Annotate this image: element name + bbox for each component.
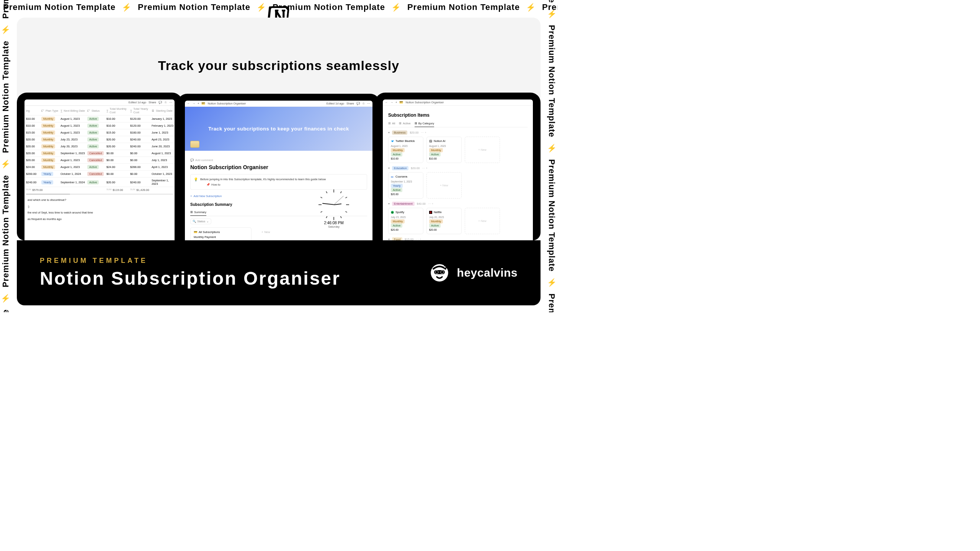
hero-panel: Track your subscriptions seamlessly Edit… (17, 18, 541, 240)
brand-badge: heycalvins (429, 262, 518, 284)
table-row[interactable]: $15.00 Monthly August 1, 2023 Active $15… (24, 129, 175, 136)
comment-icon[interactable]: 💬 (158, 101, 162, 104)
tab-summary[interactable]: ⊞ Summary (190, 209, 206, 216)
notes-block: and which one to discontinue?:)the end o… (24, 196, 175, 224)
new-card-button[interactable]: + New (261, 230, 270, 234)
clock-widget: 2:46:08 PM Saturday (313, 189, 355, 228)
svg-point-8 (435, 271, 438, 274)
window-topbar: ← → + 💳 Notion Subscription Organiser (383, 99, 533, 106)
table-row[interactable]: $240.00 Yearly September 1, 2024 Active … (24, 178, 175, 187)
share-button[interactable]: Share (346, 102, 354, 105)
bottom-banner: PREMIUM TEMPLATE Notion Subscription Org… (17, 240, 541, 305)
new-card-button[interactable]: + New (426, 172, 462, 199)
filter-status[interactable]: 🔍 Status ⌄ (190, 218, 211, 224)
summary-card[interactable]: 💳All Subscriptions Monthly Payment $119.… (190, 227, 252, 240)
subscription-card[interactable]: Spotify July 23, 2023 Monthly Active $20… (388, 208, 423, 234)
table-row[interactable]: $10.00 Monthly August 1, 2023 Active $10… (24, 116, 175, 122)
brand-avatar-icon (429, 262, 450, 284)
new-card-button[interactable]: + New (465, 208, 500, 234)
edited-label: Edited 1d ago (327, 102, 344, 105)
table-row[interactable]: $20.00 Monthly July 23, 2023 Active $20.… (24, 136, 175, 143)
share-button[interactable]: Share (149, 101, 156, 104)
subscription-card[interactable]: coCoursera September 1, 2023 Yearly Acti… (388, 172, 423, 199)
triangle-down-icon: ▾ (388, 131, 390, 134)
subscription-card[interactable]: Twitter Bluetick August 1, 2023 Monthly … (388, 137, 423, 163)
new-card-button[interactable]: + New (465, 137, 500, 163)
svg-point-10 (441, 271, 443, 274)
section-heading: Subscription Items (388, 112, 528, 118)
add-comment[interactable]: 💬Add comment (190, 158, 367, 162)
table-row[interactable]: $24.00 Monthly August 1, 2023 Active $24… (24, 164, 175, 171)
breadcrumb[interactable]: Notion Subscription Organiser (405, 101, 444, 104)
table-row[interactable]: $20.00 Monthly September 1, 2023 Cancell… (24, 150, 175, 157)
tablet-right: ← → + 💳 Notion Subscription Organiser Su… (375, 93, 541, 240)
chevron-down-icon: ⌄ (206, 220, 209, 223)
svg-text:co: co (391, 176, 394, 178)
cover-image: Track your subcriptions to keep your fin… (185, 107, 372, 151)
marquee-left: Premium Notion Template⚡Premium Notion T… (0, 0, 11, 312)
callout-block: 💡 Before jumping in into this Subscripti… (190, 174, 367, 190)
page-icon[interactable] (190, 141, 199, 148)
view-tabs: ⊞ All ⊞ Active ⊞ By Category (388, 120, 528, 127)
table-header: ing ⫍ Plan Type ∑ Next Billing Date ⫍ St… (24, 106, 175, 116)
triangle-down-icon: ▾ (388, 202, 390, 205)
window-topbar: ← → + 💳 Notion Subscription Organiser Ed… (185, 101, 372, 107)
triangle-down-icon: ▾ (388, 166, 390, 170)
forward-icon[interactable]: → (390, 101, 394, 104)
howto-link[interactable]: 📌How-to (200, 183, 326, 186)
back-icon[interactable]: ← (187, 102, 190, 105)
subscriptions-table: ing ⫍ Plan Type ∑ Next Billing Date ⫍ St… (24, 106, 175, 193)
table-row[interactable]: $20.00 Monthly July 20, 2023 Active $20.… (24, 143, 175, 150)
tablet-left: Edited 1d ago Share 💬 ☆ ⋯ ing ⫍ Plan Typ… (17, 93, 182, 240)
table-footer: SUM$579.00 SUM$119.00 SUM$1,428.00 (24, 187, 175, 193)
lightbulb-icon: 💡 (194, 178, 198, 186)
category-header[interactable]: ▾ Entertaintment $40.00 ⋯ + (388, 202, 528, 206)
tab-active[interactable]: ⊞ Active (399, 120, 410, 127)
comment-icon[interactable]: 💬 (356, 102, 360, 105)
star-icon[interactable]: ☆ (362, 102, 365, 105)
subscription-card[interactable]: Notion AI August 1, 2023 Monthly Active … (426, 137, 462, 163)
more-icon[interactable]: ⋯ (367, 102, 370, 105)
window-topbar: Edited 1d ago Share 💬 ☆ ⋯ (24, 99, 175, 106)
breadcrumb[interactable]: Notion Subscription Organiser (207, 102, 246, 105)
edited-label: Edited 1d ago (129, 101, 146, 104)
tab-by-category[interactable]: ⊞ By Category (415, 120, 434, 127)
subscription-card[interactable]: Netflix July 20, 2023 Monthly Active $20… (426, 208, 462, 234)
tab-all[interactable]: ⊞ All (388, 120, 395, 127)
category-header[interactable]: ▾ Education $20.00 ⋯ + (388, 166, 528, 170)
table-row[interactable]: $20.00 Monthly August 1, 2023 Cancelled … (24, 157, 175, 164)
star-icon[interactable]: ☆ (164, 101, 167, 104)
tablet-middle: ← → + 💳 Notion Subscription Organiser Ed… (177, 94, 380, 240)
category-header[interactable]: ▾ Business $20.00 ⋯ + (388, 130, 528, 135)
back-icon[interactable]: ← (385, 101, 388, 104)
more-icon[interactable]: ⋯ (169, 101, 172, 104)
category-header[interactable]: ▾ Food $15.00 ⋯ + (388, 237, 528, 240)
brand-name: heycalvins (457, 266, 518, 279)
eyebrow: PREMIUM TEMPLATE (40, 257, 341, 265)
triangle-down-icon: ▾ (388, 238, 390, 240)
marquee-right: Premium Notion Template⚡Premium Notion T… (546, 0, 557, 312)
new-tab-icon[interactable]: + (198, 102, 199, 105)
main-title: Notion Subscription Organiser (40, 268, 341, 289)
forward-icon[interactable]: → (193, 102, 196, 105)
table-row[interactable]: $10.00 Monthly August 1, 2023 Active $10… (24, 122, 175, 129)
page-title: Notion Subscription Organiser (190, 164, 367, 170)
tagline: Track your subscriptions seamlessly (17, 58, 541, 73)
new-tab-icon[interactable]: + (395, 101, 397, 104)
table-row[interactable]: $200.00 Yearly October 1, 2024 Cancelled… (24, 171, 175, 178)
